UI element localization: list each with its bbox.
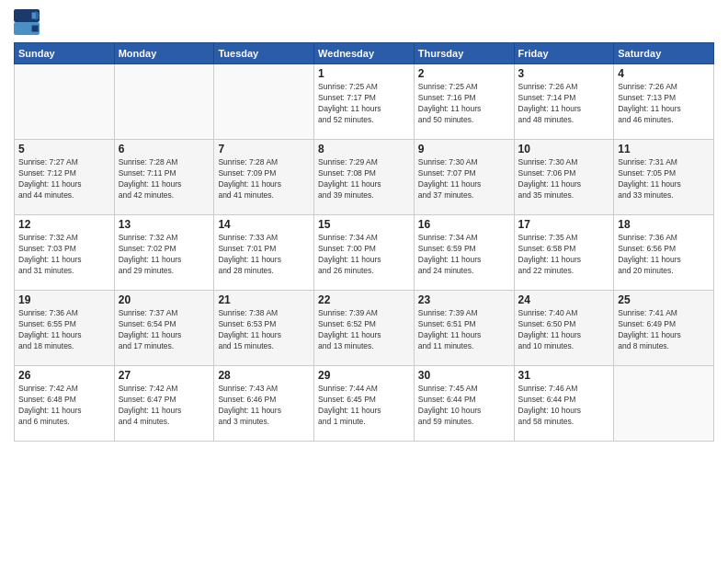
calendar-cell: 2Sunrise: 7:25 AM Sunset: 7:16 PM Daylig… [414,64,514,140]
header-day: Monday [114,43,214,64]
calendar-page: SundayMondayTuesdayWednesdayThursdayFrid… [0,0,728,563]
day-number: 17 [518,218,610,231]
day-info: Sunrise: 7:43 AM Sunset: 6:46 PM Dayligh… [218,384,310,428]
calendar-cell: 12Sunrise: 7:32 AM Sunset: 7:03 PM Dayli… [15,215,115,291]
logo-icon [14,9,40,35]
header-day: Thursday [414,43,514,64]
day-number: 3 [518,67,610,80]
day-number: 26 [18,369,110,382]
week-row: 1Sunrise: 7:25 AM Sunset: 7:17 PM Daylig… [15,64,714,140]
header-day: Tuesday [214,43,314,64]
calendar-cell: 19Sunrise: 7:36 AM Sunset: 6:55 PM Dayli… [15,291,115,366]
calendar-cell: 28Sunrise: 7:43 AM Sunset: 6:46 PM Dayli… [214,366,314,442]
header-day: Saturday [614,43,714,64]
calendar-cell: 1Sunrise: 7:25 AM Sunset: 7:17 PM Daylig… [314,64,415,140]
day-number: 1 [318,67,410,80]
svg-marker-3 [32,26,39,32]
day-number: 11 [618,143,710,155]
calendar-cell: 27Sunrise: 7:42 AM Sunset: 6:47 PM Dayli… [114,366,214,442]
calendar-cell: 7Sunrise: 7:28 AM Sunset: 7:09 PM Daylig… [214,140,314,215]
header-day: Wednesday [314,43,415,64]
day-info: Sunrise: 7:30 AM Sunset: 7:06 PM Dayligh… [518,157,610,201]
day-info: Sunrise: 7:25 AM Sunset: 7:16 PM Dayligh… [418,82,510,126]
day-number: 7 [218,143,310,155]
calendar-cell: 25Sunrise: 7:41 AM Sunset: 6:49 PM Dayli… [614,291,714,366]
calendar-cell: 24Sunrise: 7:40 AM Sunset: 6:50 PM Dayli… [514,291,614,366]
day-info: Sunrise: 7:25 AM Sunset: 7:17 PM Dayligh… [318,82,410,126]
day-info: Sunrise: 7:26 AM Sunset: 7:13 PM Dayligh… [618,82,710,126]
day-number: 12 [18,218,110,231]
day-info: Sunrise: 7:30 AM Sunset: 7:07 PM Dayligh… [418,157,510,201]
day-info: Sunrise: 7:27 AM Sunset: 7:12 PM Dayligh… [18,157,110,201]
calendar-cell: 14Sunrise: 7:33 AM Sunset: 7:01 PM Dayli… [214,215,314,291]
calendar-cell: 5Sunrise: 7:27 AM Sunset: 7:12 PM Daylig… [15,140,115,215]
day-number: 20 [119,293,210,306]
day-number: 5 [18,143,110,155]
calendar-cell [114,64,214,140]
header-day: Sunday [15,43,115,64]
calendar-cell: 29Sunrise: 7:44 AM Sunset: 6:45 PM Dayli… [314,366,415,442]
week-row: 19Sunrise: 7:36 AM Sunset: 6:55 PM Dayli… [15,291,714,366]
day-info: Sunrise: 7:42 AM Sunset: 6:48 PM Dayligh… [18,384,110,428]
day-number: 9 [418,143,510,155]
day-info: Sunrise: 7:39 AM Sunset: 6:52 PM Dayligh… [318,308,410,352]
calendar-cell: 15Sunrise: 7:34 AM Sunset: 7:00 PM Dayli… [314,215,415,291]
calendar-cell: 4Sunrise: 7:26 AM Sunset: 7:13 PM Daylig… [614,64,714,140]
calendar-table: SundayMondayTuesdayWednesdayThursdayFrid… [14,42,714,442]
day-info: Sunrise: 7:28 AM Sunset: 7:09 PM Dayligh… [218,157,310,201]
day-number: 16 [418,218,510,231]
day-number: 6 [119,143,210,155]
day-info: Sunrise: 7:34 AM Sunset: 7:00 PM Dayligh… [318,233,410,277]
day-info: Sunrise: 7:31 AM Sunset: 7:05 PM Dayligh… [618,157,710,201]
calendar-cell: 11Sunrise: 7:31 AM Sunset: 7:05 PM Dayli… [614,140,714,215]
week-row: 26Sunrise: 7:42 AM Sunset: 6:48 PM Dayli… [15,366,714,442]
header-day: Friday [514,43,614,64]
day-number: 2 [418,67,510,80]
calendar-cell: 6Sunrise: 7:28 AM Sunset: 7:11 PM Daylig… [114,140,214,215]
day-info: Sunrise: 7:41 AM Sunset: 6:49 PM Dayligh… [618,308,710,352]
day-number: 21 [218,293,310,306]
day-info: Sunrise: 7:37 AM Sunset: 6:54 PM Dayligh… [119,308,210,352]
day-number: 31 [518,369,610,382]
calendar-cell: 26Sunrise: 7:42 AM Sunset: 6:48 PM Dayli… [15,366,115,442]
day-info: Sunrise: 7:29 AM Sunset: 7:08 PM Dayligh… [318,157,410,201]
day-info: Sunrise: 7:39 AM Sunset: 6:51 PM Dayligh… [418,308,510,352]
calendar-cell: 20Sunrise: 7:37 AM Sunset: 6:54 PM Dayli… [114,291,214,366]
day-number: 30 [418,369,510,382]
day-info: Sunrise: 7:32 AM Sunset: 7:03 PM Dayligh… [18,233,110,277]
day-number: 27 [119,369,210,382]
day-info: Sunrise: 7:33 AM Sunset: 7:01 PM Dayligh… [218,233,310,277]
calendar-cell [15,64,115,140]
calendar-cell: 3Sunrise: 7:26 AM Sunset: 7:14 PM Daylig… [514,64,614,140]
logo [14,9,41,35]
calendar-cell: 17Sunrise: 7:35 AM Sunset: 6:58 PM Dayli… [514,215,614,291]
day-number: 15 [318,218,410,231]
day-info: Sunrise: 7:42 AM Sunset: 6:47 PM Dayligh… [119,384,210,428]
week-row: 12Sunrise: 7:32 AM Sunset: 7:03 PM Dayli… [15,215,714,291]
day-info: Sunrise: 7:26 AM Sunset: 7:14 PM Dayligh… [518,82,610,126]
day-number: 25 [618,293,710,306]
day-number: 22 [318,293,410,306]
day-number: 19 [18,293,110,306]
day-info: Sunrise: 7:35 AM Sunset: 6:58 PM Dayligh… [518,233,610,277]
day-info: Sunrise: 7:36 AM Sunset: 6:56 PM Dayligh… [618,233,710,277]
header-row: SundayMondayTuesdayWednesdayThursdayFrid… [15,43,714,64]
day-info: Sunrise: 7:46 AM Sunset: 6:44 PM Dayligh… [518,384,610,428]
day-info: Sunrise: 7:45 AM Sunset: 6:44 PM Dayligh… [418,384,510,428]
calendar-cell: 13Sunrise: 7:32 AM Sunset: 7:02 PM Dayli… [114,215,214,291]
calendar-cell: 31Sunrise: 7:46 AM Sunset: 6:44 PM Dayli… [514,366,614,442]
day-number: 8 [318,143,410,155]
calendar-cell: 23Sunrise: 7:39 AM Sunset: 6:51 PM Dayli… [414,291,514,366]
calendar-cell: 8Sunrise: 7:29 AM Sunset: 7:08 PM Daylig… [314,140,415,215]
day-info: Sunrise: 7:32 AM Sunset: 7:02 PM Dayligh… [119,233,210,277]
day-number: 24 [518,293,610,306]
calendar-cell: 22Sunrise: 7:39 AM Sunset: 6:52 PM Dayli… [314,291,415,366]
calendar-cell: 10Sunrise: 7:30 AM Sunset: 7:06 PM Dayli… [514,140,614,215]
header [14,9,714,35]
calendar-cell: 16Sunrise: 7:34 AM Sunset: 6:59 PM Dayli… [414,215,514,291]
day-info: Sunrise: 7:44 AM Sunset: 6:45 PM Dayligh… [318,384,410,428]
day-number: 13 [119,218,210,231]
day-number: 18 [618,218,710,231]
day-number: 10 [518,143,610,155]
day-info: Sunrise: 7:38 AM Sunset: 6:53 PM Dayligh… [218,308,310,352]
